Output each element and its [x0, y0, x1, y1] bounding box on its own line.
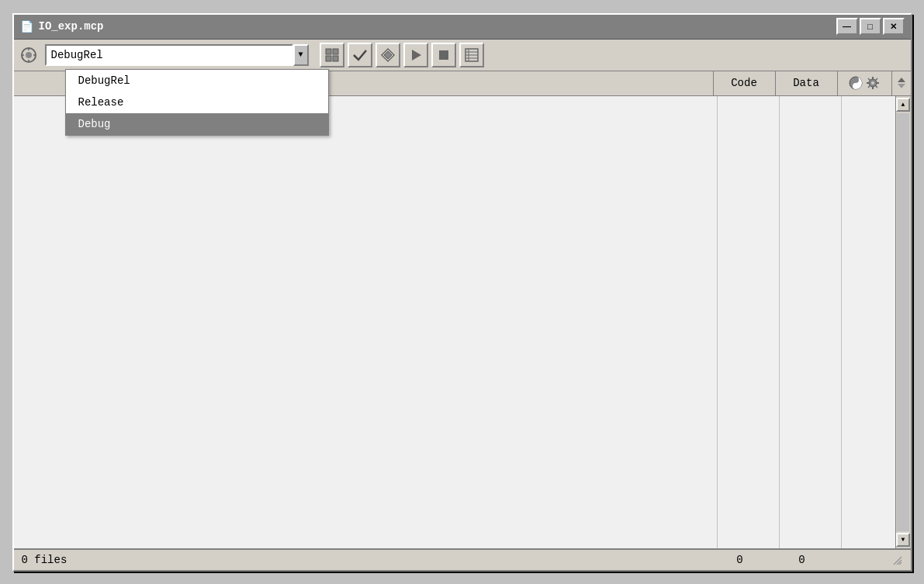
- status-bar: 0 files 0 0: [14, 548, 911, 570]
- content-area: ▲ ▼: [14, 96, 911, 548]
- toolbar-icons: [320, 43, 484, 67]
- svg-marker-33: [898, 84, 905, 88]
- content-code-col: [717, 96, 779, 548]
- window-title: IO_exp.mcp: [39, 20, 104, 33]
- dropdown-item-debugrel[interactable]: DebugRel: [66, 70, 328, 92]
- resources-icon-button[interactable]: [320, 43, 344, 67]
- svg-marker-32: [898, 78, 905, 82]
- window-icon: 📄: [20, 19, 34, 33]
- stop-icon-button[interactable]: [431, 43, 456, 67]
- project-settings-button[interactable]: [459, 43, 484, 67]
- title-buttons: — □ ✕: [836, 18, 905, 35]
- scrollbar-track[interactable]: [897, 113, 909, 531]
- compile-icon-button[interactable]: [348, 43, 372, 67]
- svg-line-31: [868, 86, 870, 88]
- scroll-up-button[interactable]: ▲: [896, 98, 910, 112]
- close-button[interactable]: ✕: [883, 18, 905, 35]
- content-main: [14, 96, 717, 548]
- config-select-text: DebugRel: [51, 49, 287, 61]
- title-bar-left: 📄 IO_exp.mcp: [20, 19, 104, 33]
- status-data-value: 0: [771, 554, 833, 566]
- dropdown-arrow[interactable]: ▼: [293, 44, 309, 66]
- content-icon-col: [841, 96, 895, 548]
- config-dropdown[interactable]: DebugRel ▼ DebugRel Release Debug: [45, 44, 309, 66]
- status-resize-grip[interactable]: [833, 554, 903, 566]
- th-code: Code: [714, 71, 776, 95]
- svg-point-1: [26, 52, 32, 58]
- svg-point-21: [854, 85, 857, 88]
- svg-rect-13: [439, 50, 448, 60]
- maximize-button[interactable]: □: [860, 18, 881, 35]
- toolbar: DebugRel ▼ DebugRel Release Debug: [14, 40, 911, 71]
- main-window: 📄 IO_exp.mcp — □ ✕ DebugRel: [12, 13, 912, 572]
- th-sort: [892, 71, 911, 95]
- svg-line-30: [876, 78, 878, 81]
- target-settings-button[interactable]: [375, 43, 400, 67]
- svg-rect-8: [326, 56, 331, 61]
- th-icons: [838, 71, 892, 95]
- scrollbar-right: ▲ ▼: [895, 96, 911, 548]
- svg-line-29: [876, 86, 878, 88]
- svg-rect-7: [333, 49, 338, 54]
- svg-point-20: [854, 78, 857, 81]
- content-data-col: [779, 96, 841, 548]
- config-select-display[interactable]: DebugRel: [45, 44, 293, 66]
- run-icon-button[interactable]: [403, 43, 428, 67]
- scroll-down-button[interactable]: ▼: [896, 533, 910, 547]
- svg-point-23: [871, 81, 874, 85]
- status-code-value: 0: [709, 554, 771, 566]
- title-bar: 📄 IO_exp.mcp — □ ✕: [14, 15, 911, 40]
- svg-line-28: [868, 78, 870, 81]
- dropdown-item-debug[interactable]: Debug: [66, 113, 328, 135]
- svg-marker-12: [412, 50, 421, 60]
- dropdown-item-release[interactable]: Release: [66, 92, 328, 113]
- status-files-label: 0 files: [22, 554, 709, 566]
- settings-icon: [865, 75, 881, 91]
- svg-rect-9: [333, 56, 338, 61]
- yin-yang-icon: [848, 75, 863, 91]
- minimize-button[interactable]: —: [836, 18, 858, 35]
- th-data: Data: [776, 71, 838, 95]
- dropdown-menu: DebugRel Release Debug: [65, 69, 329, 136]
- target-icon: [19, 45, 39, 65]
- svg-rect-6: [326, 49, 331, 54]
